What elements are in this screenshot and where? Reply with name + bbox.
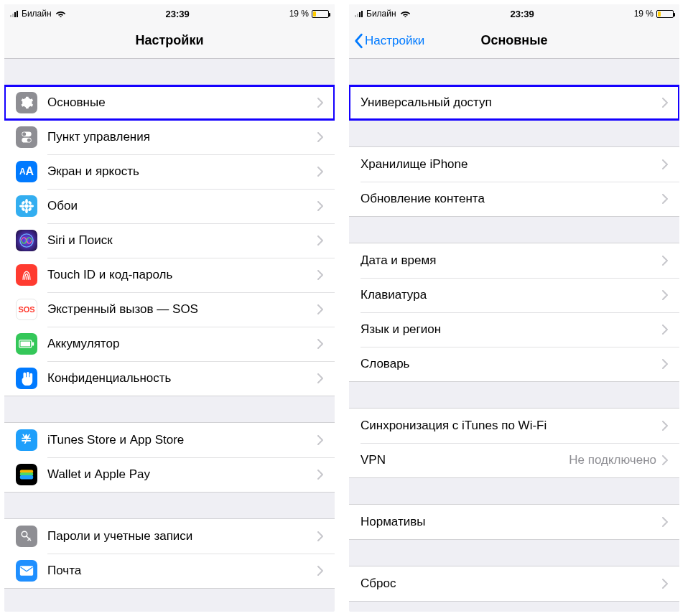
list-row[interactable]: Синхронизация с iTunes по Wi-Fi <box>349 409 679 443</box>
list-row[interactable]: Язык и регион <box>349 312 679 347</box>
phone-general-screen: Билайн 23:39 19 % Настройки Основные Уни… <box>349 4 679 612</box>
list-row[interactable]: Обои <box>4 189 335 223</box>
chevron-right-icon <box>662 98 668 108</box>
row-label: Хранилище iPhone <box>361 157 662 172</box>
list-row[interactable]: Словарь <box>349 347 679 381</box>
list-row[interactable]: Обновление контента <box>349 182 679 216</box>
svg-rect-19 <box>20 475 33 480</box>
back-label: Настройки <box>365 34 424 48</box>
battery-percent-label: 19 % <box>289 9 309 19</box>
list-row[interactable]: Wallet и Apple Pay <box>4 457 335 492</box>
battery-icon <box>16 333 37 355</box>
row-label: Пароли и учетные записи <box>47 529 317 543</box>
list-row[interactable]: Хранилище iPhone <box>349 147 679 182</box>
mail-icon <box>16 560 37 582</box>
battery-fill <box>658 11 661 17</box>
chevron-right-icon <box>662 159 668 169</box>
list-row[interactable]: Нормативы <box>349 505 679 539</box>
chevron-right-icon <box>662 579 668 589</box>
list-row[interactable]: Почта <box>4 554 335 588</box>
row-label: Обои <box>47 199 317 213</box>
signal-icon <box>10 10 18 17</box>
row-value: Не подключено <box>569 453 656 467</box>
nav-bar: Настройки <box>4 23 335 59</box>
row-label: Дата и время <box>361 253 662 268</box>
chevron-right-icon <box>662 325 668 335</box>
chevron-right-icon <box>317 373 323 383</box>
display-icon: AA <box>16 161 37 182</box>
control-icon <box>16 126 37 148</box>
list-row[interactable]: Сброс <box>349 566 679 601</box>
row-label: Клавиатура <box>361 288 662 302</box>
signal-icon <box>355 10 363 17</box>
list-row[interactable]: iTunes Store и App Store <box>4 423 335 457</box>
chevron-right-icon <box>317 339 323 349</box>
svg-point-10 <box>27 207 32 211</box>
status-right: 19 % <box>634 9 674 19</box>
list-row[interactable]: Пункт управления <box>4 120 335 154</box>
chevron-right-icon <box>317 201 323 211</box>
carrier-label: Билайн <box>22 9 52 19</box>
battery-fill <box>313 11 316 17</box>
general-list[interactable]: Универсальный доступХранилище iPhoneОбно… <box>349 59 679 602</box>
chevron-right-icon <box>662 290 668 300</box>
chevron-right-icon <box>662 421 668 431</box>
svg-rect-16 <box>21 342 31 347</box>
sos-icon: SOS <box>16 299 37 320</box>
list-row[interactable]: Пароли и учетные записи <box>4 519 335 554</box>
list-row[interactable]: AAЭкран и яркость <box>4 154 335 189</box>
row-label: Универсальный доступ <box>361 95 662 110</box>
appstore-icon <box>16 429 37 451</box>
siri-icon <box>16 230 37 251</box>
chevron-right-icon <box>317 435 323 445</box>
svg-point-7 <box>19 205 24 207</box>
list-row[interactable]: Siri и Поиск <box>4 223 335 258</box>
row-label: Siri и Поиск <box>47 233 317 248</box>
chevron-right-icon <box>662 194 668 204</box>
list-row[interactable]: Аккумулятор <box>4 327 335 361</box>
status-left: Билайн <box>10 9 66 19</box>
list-row[interactable]: SOSЭкстренный вызов — SOS <box>4 292 335 327</box>
svg-point-4 <box>24 204 29 208</box>
chevron-right-icon <box>317 531 323 541</box>
battery-icon <box>656 10 674 18</box>
svg-point-8 <box>29 205 34 207</box>
svg-rect-21 <box>20 566 33 575</box>
list-row[interactable]: Touch ID и код-пароль <box>4 258 335 292</box>
row-label: Нормативы <box>361 515 662 529</box>
wifi-icon <box>400 9 411 19</box>
wallpaper-icon <box>16 195 37 217</box>
row-label: Почта <box>47 564 317 578</box>
status-right: 19 % <box>289 9 329 19</box>
svg-point-6 <box>25 208 28 213</box>
chevron-right-icon <box>662 455 668 465</box>
phone-settings-root: Билайн 23:39 19 % Настройки ОсновныеПунк… <box>4 4 335 612</box>
chevron-right-icon <box>317 167 323 177</box>
carrier-label: Билайн <box>366 9 396 19</box>
chevron-right-icon <box>662 359 668 369</box>
settings-list[interactable]: ОсновныеПункт управленияAAЭкран и яркост… <box>4 59 335 589</box>
row-label: Пункт управления <box>47 130 317 144</box>
chevron-right-icon <box>317 304 323 314</box>
page-title: Основные <box>480 33 547 48</box>
row-label: Основные <box>47 95 317 110</box>
row-label: Wallet и Apple Pay <box>47 467 317 482</box>
list-row[interactable]: Конфиденциальность <box>4 361 335 396</box>
wallet-icon <box>16 464 37 485</box>
row-label: iTunes Store и App Store <box>47 433 317 447</box>
touchid-icon <box>16 264 37 286</box>
general-icon <box>16 92 37 113</box>
list-row[interactable]: Основные <box>4 85 335 120</box>
row-label: Конфиденциальность <box>47 371 317 386</box>
privacy-icon <box>16 368 37 389</box>
list-row[interactable]: VPNНе подключено <box>349 443 679 477</box>
list-row[interactable]: Дата и время <box>349 243 679 278</box>
row-label: Сброс <box>361 577 662 591</box>
list-row[interactable]: Клавиатура <box>349 278 679 312</box>
passwords-icon <box>16 526 37 547</box>
list-row[interactable]: Универсальный доступ <box>349 85 679 120</box>
chevron-right-icon <box>317 98 323 108</box>
chevron-right-icon <box>662 256 668 266</box>
svg-point-12 <box>21 207 25 211</box>
back-button[interactable]: Настройки <box>353 33 424 49</box>
